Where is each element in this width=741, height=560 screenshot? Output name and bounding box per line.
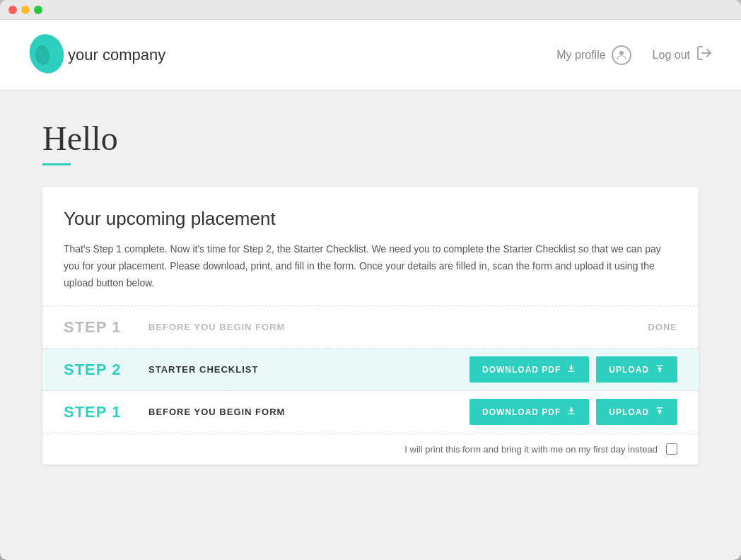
step1-row: STEP 1 BEFORE YOU BEGIN FORM DOWNLOAD PD… xyxy=(42,391,699,433)
step1-download-icon xyxy=(566,406,576,418)
card-title: Your upcoming placement xyxy=(64,208,677,230)
app-window: your company My profile Log out xyxy=(0,0,741,560)
step-summary-row: STEP 1 BEFORE YOU BEGIN FORM DONE xyxy=(42,306,699,349)
step1-download-label: DOWNLOAD PDF xyxy=(482,407,561,417)
window-minimize-button[interactable] xyxy=(21,6,30,14)
logout-link[interactable]: Log out xyxy=(653,45,713,65)
svg-rect-5 xyxy=(656,366,663,366)
step2-label: STEP 2 xyxy=(64,361,148,379)
checkbox-row: I will print this form and bring it with… xyxy=(42,433,699,465)
page-title: Hello xyxy=(42,119,699,158)
step-summary-status: DONE xyxy=(648,322,677,332)
step2-download-button[interactable]: DOWNLOAD PDF xyxy=(469,356,589,383)
window-titlebar xyxy=(0,0,741,20)
header-nav: My profile Log out xyxy=(556,45,713,65)
step1-upload-label: UPLOAD xyxy=(609,407,649,417)
step2-download-label: DOWNLOAD PDF xyxy=(482,365,561,375)
logo-text: your company xyxy=(68,46,165,64)
logout-icon xyxy=(696,45,713,65)
logo-icon xyxy=(28,34,65,76)
logout-label: Log out xyxy=(653,49,690,62)
title-underline xyxy=(42,163,71,165)
step1-upload-button[interactable]: UPLOAD xyxy=(596,399,677,425)
step1-label: STEP 1 xyxy=(64,403,148,421)
my-profile-label: My profile xyxy=(556,49,605,62)
step-summary-label: STEP 1 xyxy=(64,318,148,337)
checkbox-label: I will print this form and bring it with… xyxy=(404,444,658,455)
step2-buttons: DOWNLOAD PDF UPLOAD xyxy=(469,356,677,383)
step1-upload-icon xyxy=(655,406,665,418)
step2-row: STEP 2 STARTER CHECKLIST DOWNLOAD PDF xyxy=(42,349,699,391)
print-checkbox[interactable] xyxy=(666,443,677,455)
upload-icon xyxy=(655,363,665,375)
svg-rect-7 xyxy=(656,408,663,409)
placement-card: Your upcoming placement That's Step 1 co… xyxy=(42,187,699,465)
card-description: That's Step 1 complete. Now it's time fo… xyxy=(64,241,677,291)
my-profile-link[interactable]: My profile xyxy=(556,45,631,65)
card-body: Your upcoming placement That's Step 1 co… xyxy=(42,187,699,306)
step1-buttons: DOWNLOAD PDF UPLOAD xyxy=(469,399,677,425)
logo-area: your company xyxy=(28,34,165,76)
header: your company My profile Log out xyxy=(0,20,741,91)
svg-rect-4 xyxy=(568,371,575,372)
step2-upload-label: UPLOAD xyxy=(609,365,649,375)
step1-download-button[interactable]: DOWNLOAD PDF xyxy=(469,399,589,425)
svg-rect-6 xyxy=(568,414,575,414)
svg-point-2 xyxy=(619,51,624,55)
window-close-button[interactable] xyxy=(8,6,17,14)
download-icon xyxy=(566,363,576,375)
profile-icon xyxy=(612,45,631,65)
step1-name: BEFORE YOU BEGIN FORM xyxy=(148,407,469,417)
window-maximize-button[interactable] xyxy=(34,6,42,14)
step-summary-name: BEFORE YOU BEGIN FORM xyxy=(148,322,648,332)
main-content: Hello Your upcoming placement That's Ste… xyxy=(0,91,741,493)
step2-name: STARTER CHECKLIST xyxy=(148,364,469,375)
step2-upload-button[interactable]: UPLOAD xyxy=(596,356,677,383)
